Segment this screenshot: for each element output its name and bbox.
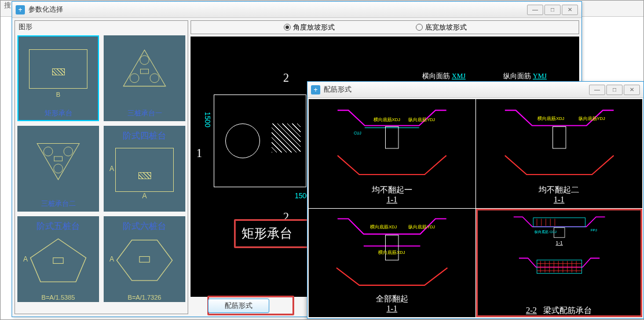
radio-angle[interactable]: 角度放坡形式	[284, 23, 335, 32]
svg-point-1	[140, 56, 149, 65]
rebar-caption: 均不翻起一 1-1	[309, 185, 475, 205]
rebar-caption: 均不翻起二 1-1	[476, 185, 643, 205]
maximize-button[interactable]: □	[606, 85, 623, 95]
shape-caption: 矩形承台	[19, 107, 98, 120]
rebar-window: + 配筋形式 — □ ✕ 横向底筋XDJ 纵向底筋YDJ CUJ	[307, 81, 644, 319]
svg-point-2	[130, 74, 139, 83]
shape-card-step4[interactable]: 阶式四桩台 A A	[104, 126, 185, 212]
close-button[interactable]: ✕	[624, 85, 640, 95]
svg-text:纵向底筋YDJ: 纵向底筋YDJ	[408, 117, 435, 122]
svg-marker-12	[117, 240, 173, 281]
minimize-button[interactable]: —	[527, 5, 543, 15]
svg-text:横向底筋XDJ: 横向底筋XDJ	[378, 249, 405, 254]
svg-rect-25	[533, 217, 585, 226]
minimize-button[interactable]: —	[589, 85, 605, 95]
shape-card-tri1[interactable]: 三桩承台一	[104, 35, 185, 121]
maximize-button[interactable]: □	[544, 5, 561, 15]
svg-marker-10	[31, 239, 86, 282]
svg-point-3	[150, 74, 159, 83]
rebar-titlebar[interactable]: + 配筋形式 — □ ✕	[308, 82, 643, 98]
gallery-label: 图形	[15, 21, 188, 33]
rebar-form-button[interactable]: 配筋形式	[208, 299, 269, 313]
rebar-viewport: 横向底筋XDJ 纵向底筋YDJ CUJ 均不翻起一 1-1	[309, 99, 642, 317]
svg-text:纵向底筋YDJ: 纵向底筋YDJ	[408, 224, 435, 230]
rebar-option-3[interactable]: 横向底筋XDJ 纵向底筋YDJ 横向底筋XDJ 全部翻起 1-1	[309, 209, 475, 318]
shape-diagram: B	[19, 37, 98, 107]
rebar-option-2[interactable]: 横向底筋XDJ 纵向底筋YDJ 均不翻起二 1-1	[476, 99, 643, 208]
rebar-window-title: 配筋形式	[324, 85, 589, 94]
rebar-caption: 2-2 梁式配筋承台	[476, 306, 643, 316]
svg-marker-5	[37, 143, 79, 179]
svg-point-6	[43, 147, 53, 157]
shape-card-step5[interactable]: 阶式五桩台 A B=A/1.5385	[17, 216, 99, 302]
window-title: 参数化选择	[28, 5, 527, 14]
shape-gallery: 图形 B 矩形承台	[14, 20, 188, 314]
svg-text:纵向底筋 CCJ: 纵向底筋 CCJ	[535, 230, 557, 234]
svg-rect-4	[141, 69, 149, 74]
shape-subtext: B=A/1.5385	[19, 294, 98, 301]
shape-diagram	[19, 127, 98, 198]
shape-caption: 三桩承台一	[105, 107, 184, 120]
svg-point-8	[54, 164, 63, 173]
svg-point-7	[64, 147, 73, 157]
radio-icon	[416, 24, 423, 31]
svg-rect-13	[140, 257, 149, 263]
svg-text:横向底筋XDJ: 横向底筋XDJ	[370, 224, 397, 230]
shape-diagram: A B=A/1.7326	[105, 217, 184, 301]
svg-text:纵向底筋YDJ: 纵向底筋YDJ	[578, 116, 605, 121]
svg-rect-11	[53, 258, 63, 264]
rebar-option-4[interactable]: 纵向底筋 CCJ FPJ 1-1	[476, 209, 643, 318]
svg-rect-21	[385, 235, 398, 260]
titlebar[interactable]: + 参数化选择 — □ ✕	[12, 2, 581, 18]
shape-card-tri2[interactable]: 三桩承台二	[17, 126, 99, 212]
shape-caption: 三桩承台二	[19, 198, 98, 210]
column-hatch	[272, 123, 301, 152]
svg-rect-9	[54, 157, 63, 161]
svg-rect-18	[552, 126, 566, 148]
shape-diagram	[105, 37, 184, 107]
svg-rect-14	[385, 126, 398, 148]
shape-subtext: B=A/1.7326	[105, 294, 184, 301]
svg-text:横向底筋XDJ: 横向底筋XDJ	[537, 116, 564, 121]
shape-card-step6[interactable]: 阶式六桩台 A B=A/1.7326	[104, 216, 185, 302]
shape-card-rect[interactable]: B 矩形承台	[17, 35, 99, 121]
svg-text:横向底筋XDJ: 横向底筋XDJ	[374, 117, 400, 122]
svg-text:FPJ: FPJ	[590, 227, 597, 231]
svg-text:CUJ: CUJ	[354, 131, 361, 135]
drawing-title: 矩形承台	[241, 225, 292, 242]
radio-bar: 角度放坡形式 底宽放坡形式	[191, 20, 579, 34]
app-icon: +	[16, 5, 25, 14]
close-button[interactable]: ✕	[562, 5, 578, 15]
radio-width[interactable]: 底宽放坡形式	[416, 23, 467, 32]
shape-diagram: A A	[105, 127, 184, 210]
pile-circle	[225, 123, 260, 158]
gallery-scroll[interactable]: B 矩形承台	[15, 33, 188, 314]
radio-icon	[284, 24, 291, 31]
svg-rect-35	[537, 260, 581, 273]
rebar-option-1[interactable]: 横向底筋XDJ 纵向底筋YDJ CUJ 均不翻起一 1-1	[309, 99, 475, 208]
rebar-caption: 全部翻起 1-1	[309, 294, 475, 314]
shape-diagram: A B=A/1.5385	[19, 217, 98, 301]
svg-text:1-1: 1-1	[555, 240, 563, 246]
app-icon: +	[311, 85, 320, 94]
